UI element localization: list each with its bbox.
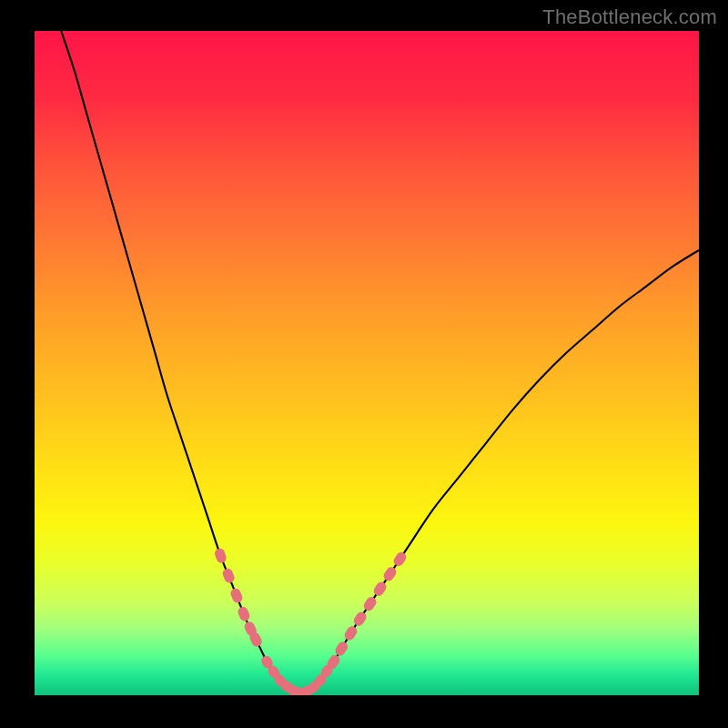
svg-rect-2 (229, 587, 244, 604)
svg-rect-21 (372, 580, 389, 597)
svg-rect-18 (343, 624, 359, 642)
dot-markers (213, 547, 408, 695)
svg-rect-20 (362, 595, 379, 612)
svg-rect-22 (382, 565, 399, 582)
svg-rect-17 (333, 640, 349, 657)
svg-rect-0 (213, 547, 228, 564)
watermark-text: TheBottleneck.com (542, 5, 717, 29)
svg-rect-3 (237, 605, 251, 622)
svg-rect-19 (352, 610, 369, 627)
svg-rect-23 (391, 551, 408, 568)
chart-frame: TheBottleneck.com (0, 0, 728, 728)
plot-area (35, 31, 699, 695)
curve-layer (35, 31, 699, 695)
svg-rect-1 (221, 567, 236, 584)
